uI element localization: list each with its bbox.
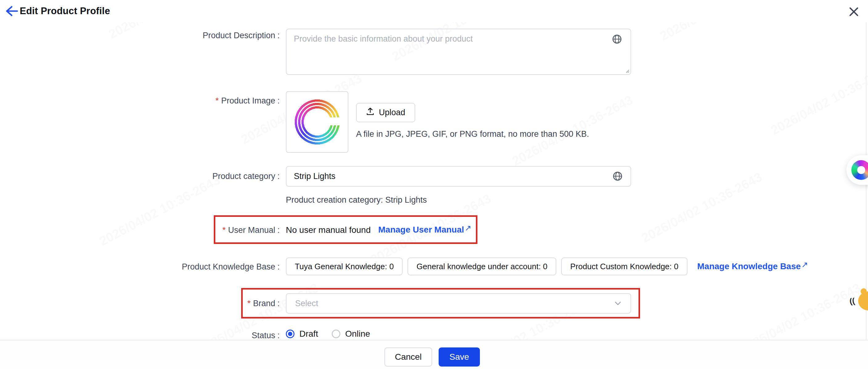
chevron-down-icon [614,299,622,307]
assistant-widget-button[interactable] [846,155,868,185]
status-option-online[interactable]: Online [332,329,370,339]
manage-user-manual-link[interactable]: Manage User Manual↗ [378,225,471,235]
globe-icon[interactable] [613,171,622,181]
cancel-button[interactable]: Cancel [384,347,432,367]
watermark-text: 2026/04/02 10:36-2643 [97,173,222,249]
upload-button[interactable]: Upload [356,103,415,122]
radio-unselected-icon[interactable] [332,330,340,338]
upload-icon [366,107,375,118]
external-link-icon: ↗ [465,223,472,233]
required-asterisk: * [247,299,251,308]
watermark-text: 2026/04/02 10:36-2643 [639,170,765,245]
user-manual-label: *User Manual: [222,225,280,235]
brand-select[interactable]: Select [286,293,631,313]
product-category-input[interactable] [286,166,631,187]
save-button[interactable]: Save [439,347,480,367]
edit-product-profile-page: 2026/04/02 10:36-2643 2026/04/02 10:36-2… [0,0,868,369]
product-custom-knowledge-button[interactable]: Product Custom Knowledge: 0 [561,257,687,275]
status-label: Status: [252,331,280,340]
page-title: Edit Product Profile [20,5,110,17]
user-manual-status-text: No user manual found [286,225,371,235]
radio-selected-icon[interactable] [286,330,294,338]
upload-hint-text: A file in JPG, JPEG, GIF, or PNG format,… [356,129,589,139]
globe-icon[interactable] [612,34,622,44]
upload-button-label: Upload [379,108,405,117]
status-option-draft[interactable]: Draft [286,329,318,339]
product-description-label: Product Description: [203,31,280,40]
product-category-helper-text: Product creation category: Strip Lights [286,195,427,205]
product-description-field-wrap [286,29,631,75]
product-category-label: Product category: [212,172,280,181]
status-radio-group: Draft Online [286,329,370,339]
mascot-widget-button[interactable] [858,291,868,310]
required-asterisk: * [215,96,219,105]
brand-label: *Brand: [247,299,280,308]
general-knowledge-under-account-button[interactable]: General knowledge under account: 0 [407,257,556,275]
page-header: Edit Product Profile [0,0,868,22]
watermark-text: 2026/04/02 10:36-2643 [768,62,868,138]
resize-handle[interactable] [624,68,629,73]
required-asterisk: * [222,225,226,235]
knowledge-base-label: Product Knowledge Base: [182,262,280,272]
product-image-preview[interactable] [286,91,348,153]
external-link-icon: ↗ [802,260,808,269]
tuya-general-knowledge-button[interactable]: Tuya General Knowledge: 0 [286,257,403,275]
product-image-spiral-logo [294,99,340,145]
product-category-field-wrap [286,166,631,187]
footer-bar: Cancel Save [0,340,868,369]
product-description-input[interactable] [286,29,631,75]
status-option-draft-label: Draft [300,329,318,339]
knowledge-base-row: Tuya General Knowledge: 0 General knowle… [286,257,808,275]
close-icon[interactable] [848,5,860,18]
product-image-label: *Product Image: [215,96,280,106]
brand-select-placeholder: Select [295,299,614,308]
sound-waves-icon: (( [849,296,856,306]
assistant-swirl-logo-icon [851,160,868,180]
back-arrow-icon[interactable] [5,5,19,17]
status-option-online-label: Online [345,329,370,339]
manage-knowledge-base-link[interactable]: Manage Knowledge Base↗ [698,262,808,271]
